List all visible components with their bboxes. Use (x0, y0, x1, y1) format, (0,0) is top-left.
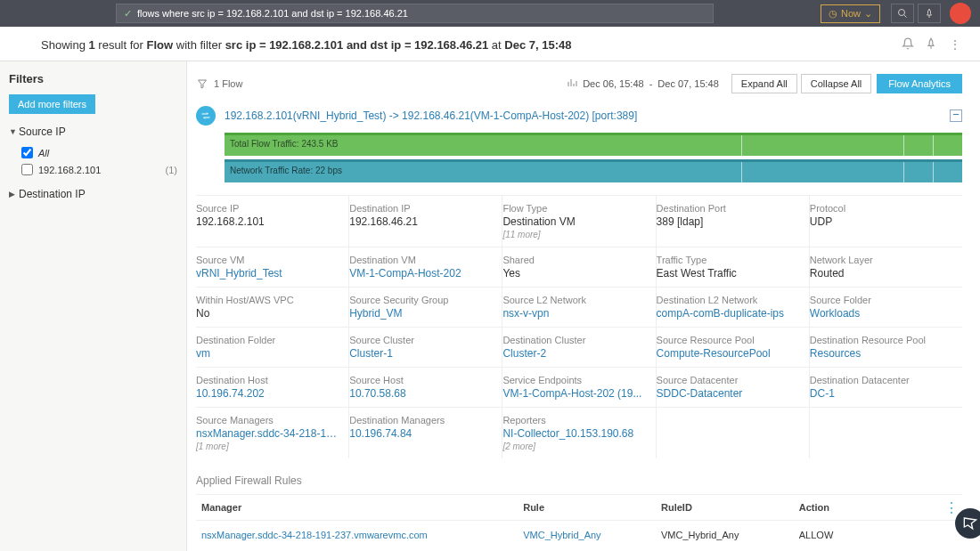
facet-all-label: All (38, 148, 49, 158)
search-query-text: flows where src ip = 192.168.2.101 and d… (137, 8, 408, 19)
bell-icon[interactable] (902, 37, 916, 52)
traffic-bars: Total Flow Traffic: 243.5 KB Network Tra… (225, 133, 962, 182)
prop-value: 192.168.46.21 (349, 215, 493, 228)
prop-cell: Destination IP192.168.46.21 (349, 196, 502, 247)
filters-sidebar: Filters Add more filters ▼ Source IP All… (0, 61, 187, 551)
prop-key: Source Cluster (349, 335, 493, 345)
search-icon-button[interactable] (891, 4, 914, 23)
prop-cell: Source Security GroupHybrid_VM (349, 288, 502, 327)
time-range[interactable]: Dec 06, 15:48 - Dec 07, 15:48 (567, 77, 719, 90)
time-picker-now[interactable]: ◷ Now ⌄ (821, 4, 880, 23)
prop-cell (810, 408, 962, 458)
prop-cell: Source L2 Networknsx-v-vpn (502, 288, 656, 327)
prop-key: Destination Folder (196, 335, 339, 345)
prop-cell: Source VMvRNI_Hybrid_Test (196, 247, 349, 287)
prop-value-link[interactable]: Workloads (810, 307, 953, 320)
prop-value-link[interactable]: DC-1 (810, 387, 953, 400)
flow-analytics-button[interactable]: Flow Analytics (877, 74, 962, 93)
facet-source-ip: ▼ Source IP All 192.168.2.101 (1) (9, 123, 177, 178)
prop-key: Flow Type (502, 203, 646, 214)
prop-more[interactable]: [2 more] (502, 442, 646, 451)
filter-icon[interactable] (196, 77, 208, 90)
prop-cell: Flow TypeDestination VM[11 more] (502, 196, 656, 247)
flow-toolbar: 1 Flow Dec 06, 15:48 - Dec 07, 15:48 Exp… (196, 70, 962, 102)
prop-value-link[interactable]: VM-1-CompA-Host-202 (349, 267, 493, 280)
expand-all-button[interactable]: Expand All (731, 74, 797, 93)
network-traffic-rate-bar[interactable]: Network Traffic Rate: 22 bps (225, 159, 962, 182)
collapse-all-button[interactable]: Collapse All (801, 74, 871, 93)
more-vertical-icon[interactable]: ⋮ (948, 37, 962, 52)
add-more-filters-button[interactable]: Add more filters (9, 94, 95, 114)
prop-key: Destination Port (657, 203, 800, 214)
prop-value-link[interactable]: vm (196, 347, 339, 360)
prop-cell: Destination ClusterCluster-2 (502, 328, 656, 367)
fw-ruleid: VMC_Hybrid_Any (656, 521, 794, 550)
prop-cell: ReportersNI-Collector_10.153.190.68[2 mo… (502, 408, 656, 458)
prop-value-link[interactable]: nsxManager.sddc-34-218-19... (196, 427, 339, 440)
prop-value-link[interactable]: Hybrid_VM (349, 307, 493, 320)
app-menu-button[interactable] (950, 3, 971, 24)
caret-right-icon: ▶ (9, 190, 16, 199)
prop-cell: Destination L2 NetworkcompA-comB-duplica… (657, 288, 810, 327)
results-header: Showing 1 result for Flow with filter sr… (0, 27, 980, 61)
fw-manager-link[interactable]: nsxManager.sddc-34-218-191-237.vmwarevmc… (201, 530, 428, 540)
prop-key: Network Layer (810, 255, 953, 265)
prop-value-link[interactable]: nsx-v-vpn (502, 307, 646, 320)
facet-all-checkbox[interactable] (21, 147, 33, 158)
prop-cell: Destination Foldervm (196, 328, 349, 367)
pin-icon[interactable] (925, 37, 939, 52)
prop-value-link[interactable]: Cluster-1 (349, 347, 493, 360)
prop-value: Destination VM (502, 215, 646, 228)
network-traffic-rate-label: Network Traffic Rate: 22 bps (230, 166, 342, 175)
prop-key: Source Folder (810, 295, 953, 305)
prop-key: Service Endpoints (502, 375, 646, 385)
facet-destination-ip-toggle[interactable]: ▶ Destination IP (9, 185, 177, 203)
prop-value-link[interactable]: SDDC-Datacenter (657, 387, 800, 400)
prop-key: Destination Managers (349, 415, 493, 425)
prop-value-link[interactable]: 10.196.74.84 (349, 427, 493, 440)
chevron-down-icon: ⌄ (864, 8, 872, 20)
total-flow-traffic-bar[interactable]: Total Flow Traffic: 243.5 KB (225, 133, 962, 156)
facet-destination-ip: ▶ Destination IP (9, 185, 177, 203)
prop-value-link[interactable]: 10.196.74.202 (196, 387, 339, 400)
prop-value-link[interactable]: 10.70.58.68 (349, 387, 493, 400)
fw-rule-link[interactable]: VMC_Hybrid_Any (523, 530, 600, 540)
prop-cell: Service EndpointsVM-1-CompA-Host-202 (19… (502, 368, 656, 407)
prop-value-link[interactable]: vRNI_Hybrid_Test (196, 267, 339, 280)
prop-value: East West Traffic (657, 267, 800, 280)
range-sep: - (649, 78, 653, 89)
collapse-icon[interactable]: − (950, 109, 962, 122)
prop-value-link[interactable]: NI-Collector_10.153.190.68 (502, 427, 646, 440)
prop-key: Within Host/AWS VPC (196, 295, 339, 305)
prop-value-link[interactable]: Compute-ResourcePool (657, 347, 800, 360)
prop-more[interactable]: [11 more] (502, 230, 646, 239)
range-from: Dec 06, 15:48 (583, 78, 644, 89)
search-input-wrap[interactable]: ✓ flows where src ip = 192.168.2.101 and… (116, 4, 714, 23)
facet-item-all[interactable]: All (21, 144, 177, 161)
prop-key: Traffic Type (657, 255, 800, 265)
prop-key: Source Managers (196, 415, 339, 425)
svg-point-0 (899, 10, 905, 16)
prop-cell: ProtocolUDP (810, 196, 962, 247)
prop-value-link[interactable]: Resources (810, 347, 953, 360)
facet-source-ip-toggle[interactable]: ▼ Source IP (9, 123, 177, 141)
facet-ip-checkbox[interactable] (21, 164, 33, 175)
prop-more[interactable]: [1 more] (196, 442, 339, 451)
prop-cell: SharedYes (502, 247, 656, 287)
prop-key: Reporters (502, 415, 646, 425)
prop-key: Source Datacenter (657, 375, 800, 385)
prop-cell: Traffic TypeEast West Traffic (657, 247, 810, 287)
prop-value-link[interactable]: compA-comB-duplicate-ips (657, 307, 800, 320)
facet-label: Source IP (19, 126, 66, 138)
facet-item-ip[interactable]: 192.168.2.101 (1) (21, 161, 177, 178)
pin-icon-button[interactable] (918, 4, 941, 23)
now-label: Now (841, 8, 861, 19)
prop-value-link[interactable]: Cluster-2 (502, 347, 646, 360)
help-bubble-button[interactable] (955, 508, 980, 539)
table-row[interactable]: nsxManager.sddc-34-218-191-237.vmwarevmc… (196, 521, 962, 550)
prop-key: Destination IP (349, 203, 493, 214)
total-flow-traffic-label: Total Flow Traffic: 243.5 KB (230, 139, 339, 149)
flow-title-link[interactable]: 192.168.2.101(vRNI_Hybrid_Test) -> 192.1… (225, 109, 637, 122)
prop-key: Source L2 Network (502, 295, 646, 305)
prop-value-link[interactable]: VM-1-CompA-Host-202 (19... (502, 387, 646, 400)
